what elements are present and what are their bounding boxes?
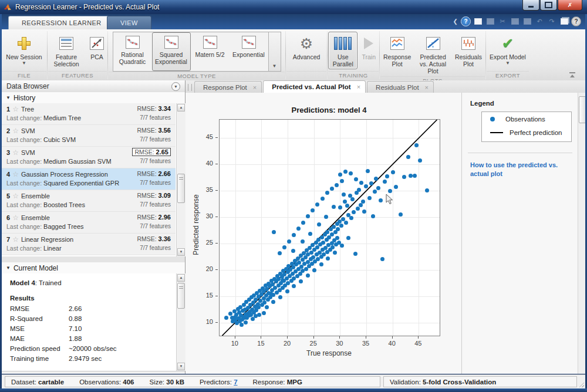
- close-button[interactable]: ✗: [558, 0, 582, 11]
- gallery-item-matern-52[interactable]: Matern 5/2: [191, 32, 230, 71]
- history-item-3[interactable]: 3☆SVMRMSE: 2.65Last change: Medium Gauss…: [2, 147, 176, 168]
- observation-point: [333, 251, 337, 255]
- history-item-6[interactable]: 6☆EnsembleRMSE: 2.96Last change: Bagged …: [2, 212, 176, 234]
- result-row: RMSE2.66: [10, 304, 177, 314]
- tab-response-plot[interactable]: Response Plot×: [194, 81, 262, 93]
- observation-point: [379, 198, 383, 202]
- ribbon-tab-strip: REGRESSION LEARNER VIEW ❮ ? ✂ ↶ ↷ ?: [0, 14, 587, 29]
- observation-point: [265, 305, 269, 309]
- legend-box: Observations Perfect prediction: [481, 111, 572, 142]
- predictors-link[interactable]: 7: [234, 379, 237, 386]
- history-item-4[interactable]: 4☆Gaussian Process RegressionRMSE: 2.66L…: [2, 168, 176, 190]
- observation-point: [359, 203, 363, 207]
- y-tick-label: 30: [198, 212, 213, 219]
- help-icon[interactable]: ?: [461, 16, 471, 26]
- gallery-item-exponential[interactable]: Exponential: [230, 32, 268, 71]
- tab-view[interactable]: VIEW: [107, 16, 151, 29]
- features-count: 7/7 features: [140, 223, 171, 229]
- y-tick-label: 20: [198, 265, 213, 272]
- pca-button[interactable]: PCA: [87, 32, 107, 62]
- use-parallel-toggle[interactable]: Use Parallel: [328, 32, 357, 69]
- line-marker-icon: [490, 132, 503, 133]
- history-scrollbar[interactable]: ▲ ▼: [176, 103, 185, 256]
- history-item-1[interactable]: 1☆TreeRMSE: 3.34Last change: Medium Tree…: [2, 103, 176, 125]
- rmse-value: RMSE: 3.34: [137, 105, 171, 112]
- tab-predicted-vs-actual-plot[interactable]: Predicted vs. Actual Plot×: [263, 80, 366, 93]
- result-row: Prediction speed~20000 obs/sec: [10, 344, 177, 354]
- response-plot-button[interactable]: Response Plot: [380, 32, 414, 69]
- observation-point: [335, 236, 339, 240]
- gallery-expand-button[interactable]: ▼: [268, 32, 281, 71]
- document-scrollbar[interactable]: [578, 93, 585, 374]
- collapse-ribbon-button[interactable]: [569, 72, 577, 78]
- dock-icon[interactable]: [559, 16, 569, 26]
- how-to-use-link[interactable]: How to use the predicted vs. actual plot: [470, 161, 573, 178]
- gallery-item-squared-exponential[interactable]: Squared Exponential: [152, 32, 191, 71]
- status-dataset-box: Dataset: cartable Observations: 406 Size…: [5, 376, 380, 387]
- close-tab-icon[interactable]: ×: [357, 83, 360, 90]
- history-scroll-thumb[interactable]: [177, 174, 185, 203]
- save-icon: [485, 16, 495, 26]
- observation-point: [349, 216, 353, 220]
- observation-point: [321, 197, 325, 201]
- advanced-button[interactable]: ⚙ Advanced: [290, 32, 323, 62]
- scroll-down-icon[interactable]: ▼: [177, 363, 185, 370]
- model-curve-icon: [203, 36, 217, 49]
- features-count: 7/7 features: [140, 201, 171, 208]
- minimize-icon: [528, 6, 534, 8]
- maximize-button[interactable]: [540, 0, 557, 11]
- observation-point: [325, 191, 329, 195]
- tab-bar-grip[interactable]: [188, 84, 192, 91]
- new-session-button[interactable]: New Session▼: [3, 32, 45, 67]
- history-item-7[interactable]: 7☆Linear RegressionRMSE: 3.36Last change…: [2, 234, 176, 255]
- observation-point: [371, 214, 375, 218]
- panel-menu-icon[interactable]: ▼: [171, 82, 180, 91]
- observation-point: [282, 245, 286, 249]
- export-model-button[interactable]: ✔ Export Model▼: [487, 32, 529, 67]
- residuals-plot-button[interactable]: Residuals Plot: [452, 32, 485, 69]
- document-content: Predictions: model 4 True response Predi…: [185, 93, 585, 374]
- toolbar-overflow-chevron-icon[interactable]: ❮: [453, 18, 458, 25]
- resize-grip[interactable]: [579, 382, 584, 387]
- group-label-options: [286, 71, 326, 80]
- gallery-item-rational-quadratic[interactable]: Rational Quadratic: [113, 32, 152, 71]
- scroll-up-icon[interactable]: ▲: [177, 274, 185, 282]
- current-model-scroll-thumb[interactable]: [177, 283, 185, 309]
- close-tab-icon[interactable]: ×: [425, 84, 429, 91]
- redo-icon: ↷: [546, 16, 557, 26]
- minimize-button[interactable]: [522, 0, 539, 11]
- help-2-icon[interactable]: ?: [571, 16, 581, 26]
- data-browser-panel: Data Browser ▼ ▼ History 1☆TreeRMSE: 3.3…: [2, 80, 185, 374]
- feature-selection-button[interactable]: Feature Selection: [48, 32, 85, 69]
- history-section-header[interactable]: ▼ History: [2, 92, 185, 104]
- undo-icon: ↶: [534, 16, 545, 26]
- tab-residuals-plot[interactable]: Residuals Plot×: [367, 81, 434, 93]
- legend-item-observations: Observations: [482, 112, 571, 126]
- rmse-value: RMSE: 2.66: [137, 170, 171, 177]
- model-curve-icon: [164, 36, 178, 49]
- history-item-5[interactable]: 5☆EnsembleRMSE: 3.09Last change: Boosted…: [2, 190, 176, 212]
- current-model-scrollbar[interactable]: ▲ ▼: [176, 273, 185, 371]
- observation-point: [373, 190, 377, 194]
- results-rows: RMSE2.66R-Squared0.88MSE7.10MAE1.88Predi…: [10, 304, 177, 364]
- predicted-vs-actual-plot-button[interactable]: Predicted vs. Actual Plot: [415, 32, 451, 76]
- history-item-2[interactable]: 2☆SVMRMSE: 3.56Last change: Cubic SVM7/7…: [2, 125, 176, 147]
- paste-icon: [522, 16, 532, 26]
- status-validation: Validation: 5-fold Cross-Validation: [390, 379, 496, 386]
- close-tab-icon[interactable]: ×: [253, 84, 257, 91]
- features-count: 7/7 features: [140, 180, 171, 186]
- panel-splitter[interactable]: [2, 256, 185, 262]
- status-size: Size: 30 kB: [149, 379, 184, 386]
- scroll-down-icon[interactable]: ▼: [177, 248, 185, 256]
- axes-area[interactable]: [219, 119, 440, 336]
- y-tick-label: 25: [198, 239, 213, 246]
- observation-point: [319, 262, 323, 266]
- pca-icon: [90, 37, 104, 50]
- current-model-section-header[interactable]: ▼ Current Model: [2, 262, 185, 274]
- new-window-icon[interactable]: [473, 16, 483, 26]
- observation-point: [340, 244, 344, 248]
- scroll-up-icon[interactable]: ▲: [177, 104, 185, 111]
- collapse-triangle-icon: ▼: [6, 95, 11, 100]
- divider: [468, 153, 572, 153]
- tab-regression-learner[interactable]: REGRESSION LEARNER: [8, 16, 115, 29]
